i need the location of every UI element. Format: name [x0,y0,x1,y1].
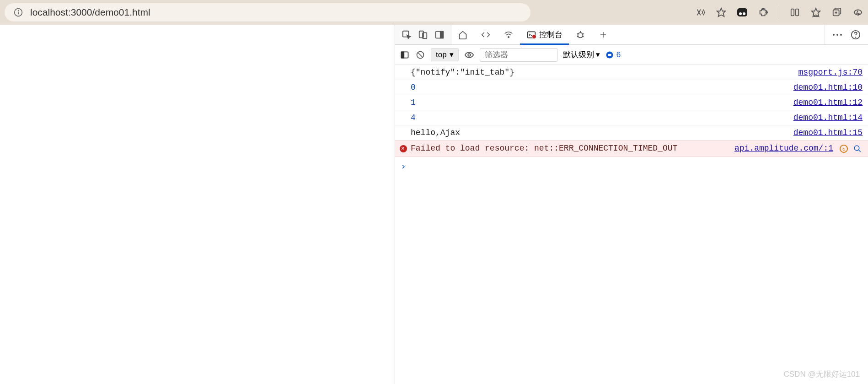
dock-side-icon[interactable] [434,30,445,40]
svg-rect-43 [608,54,611,56]
context-selector[interactable]: top ▾ [431,48,459,61]
svg-point-41 [468,54,471,56]
inspect-element-icon[interactable] [402,30,412,40]
performance-icon[interactable] [852,7,863,18]
device-toggle-icon[interactable] [418,30,428,40]
console-message: hello,Ajax [411,128,784,137]
home-icon [458,30,468,40]
svg-point-5 [739,12,742,15]
collections-icon[interactable] [831,7,842,18]
svg-point-21 [508,36,509,38]
extensions-puzzle-icon[interactable] [758,7,769,18]
svg-line-40 [418,53,423,57]
svg-point-2 [18,10,19,11]
svg-point-36 [856,37,856,38]
console-output: {"notify":"init_tab"} msgport.js:70 0 de… [395,65,868,157]
console-source-link[interactable]: demo01.html:12 [793,98,863,107]
console-message: 1 [411,98,784,107]
favorites-icon[interactable] [810,7,821,18]
error-icon: ✕ [401,145,405,152]
devtools-panel: 控制台 top ▾ 默认级别 ▾ [395,25,868,384]
live-expression-icon[interactable] [464,50,474,60]
console-row: 4 demo01.html:14 [395,110,868,125]
devtools-tab-strip: 控制台 [395,25,868,45]
console-source-link[interactable]: demo01.html:15 [793,128,863,137]
more-icon[interactable] [832,30,842,40]
chevron-down-icon: ▾ [596,50,600,59]
toggle-sidebar-icon[interactable] [400,50,410,60]
svg-marker-11 [812,8,820,16]
tab-add[interactable] [592,25,615,44]
chrome-right-icons [695,6,863,19]
svg-point-34 [840,34,842,36]
svg-line-45 [858,150,861,152]
help-icon[interactable] [851,30,861,40]
tab-console-label: 控制台 [539,29,563,40]
filter-input[interactable] [480,48,557,62]
tab-network[interactable] [497,25,520,44]
console-message: 4 [411,113,784,122]
url-text[interactable]: localhost:3000/demo01.html [30,7,522,18]
svg-marker-3 [717,8,725,16]
tab-elements[interactable] [474,25,497,44]
issues-count: 6 [616,50,621,59]
tab-welcome[interactable] [451,25,474,44]
console-message: {"notify":"init_tab"} [411,68,789,77]
browser-address-bar: localhost:3000/demo01.html [0,0,868,25]
error-extras: ↻ [840,144,863,154]
context-label: top [436,50,447,59]
retry-icon[interactable]: ↻ [840,145,848,153]
console-row: 0 demo01.html:10 [395,80,868,95]
chevron-down-icon: ▾ [450,50,454,59]
svg-point-32 [833,34,835,36]
svg-point-24 [578,32,583,38]
console-source-link[interactable]: demo01.html:10 [793,83,863,92]
wifi-icon [504,30,514,40]
clear-console-icon[interactable] [415,50,425,60]
console-row-error: ✕ Failed to load resource: net::ERR_CONN… [395,141,868,157]
console-source-link[interactable]: api.amplitude.com/:1 [734,144,833,153]
svg-point-6 [743,12,745,15]
favorite-star-icon[interactable] [716,7,727,18]
level-label: 默认级别 [563,49,594,60]
plus-icon [598,30,608,40]
console-toolbar: top ▾ 默认级别 ▾ 6 [395,45,868,65]
console-row: hello,Ajax demo01.html:15 [395,125,868,141]
svg-rect-20 [440,31,443,38]
extension-eyes-icon[interactable] [737,7,748,18]
search-icon[interactable] [852,144,863,154]
log-level-selector[interactable]: 默认级别 ▾ [563,49,600,60]
svg-rect-4 [737,8,747,16]
error-badge-icon [532,34,536,39]
tab-console[interactable]: 控制台 [520,25,569,44]
info-icon[interactable] [13,7,24,18]
svg-rect-38 [402,52,404,58]
svg-rect-9 [791,9,794,16]
issues-indicator[interactable]: 6 [605,50,621,59]
console-message: 0 [411,83,784,92]
console-icon [526,30,536,40]
watermark: CSDN @无限好运101 [783,369,860,379]
console-source-link[interactable]: msgport.js:70 [798,68,863,77]
bug-icon [575,30,585,40]
console-row: 1 demo01.html:12 [395,95,868,110]
svg-point-33 [836,34,838,36]
url-input-wrap[interactable]: localhost:3000/demo01.html [5,3,530,22]
page-content [0,25,395,384]
console-source-link[interactable]: demo01.html:14 [793,113,863,122]
tab-sources[interactable] [569,25,592,44]
console-message: Failed to load resource: net::ERR_CONNEC… [411,144,725,153]
svg-point-44 [854,146,859,151]
divider [779,6,779,19]
split-screen-icon[interactable] [789,7,800,18]
read-aloud-icon[interactable] [695,7,706,18]
code-icon [481,30,491,40]
svg-rect-10 [796,9,798,16]
devtools-dock-controls [395,25,451,44]
console-prompt[interactable]: › [395,157,868,175]
console-row: {"notify":"init_tab"} msgport.js:70 [395,65,868,80]
